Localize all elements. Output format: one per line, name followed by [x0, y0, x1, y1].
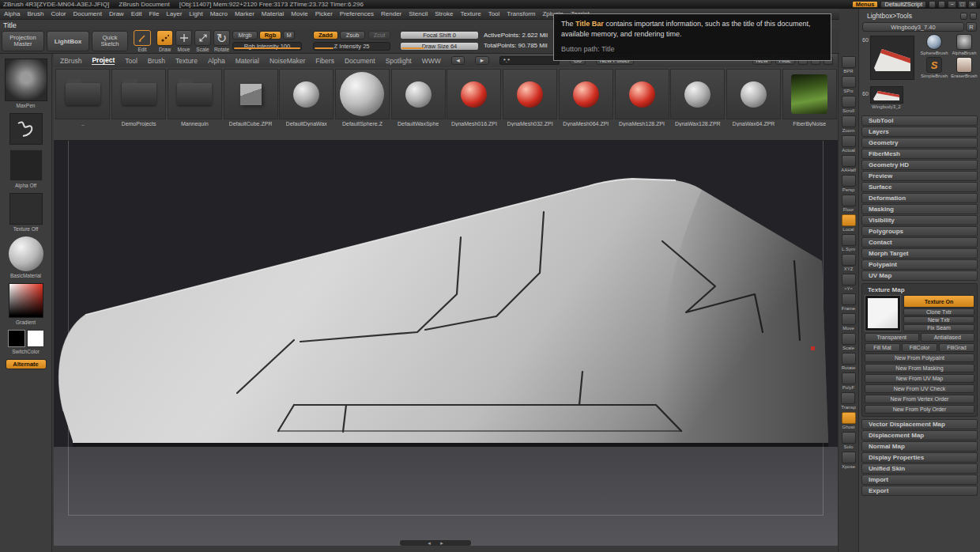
texture-toggle-button[interactable]: Antialiased [921, 333, 975, 342]
lightbox-tab[interactable]: WWW [422, 57, 441, 65]
current-tool-button[interactable]: Wingbody3_7.40 [862, 22, 964, 32]
right-shelf-button[interactable]: Zoom [842, 115, 856, 133]
menu-item[interactable]: Transform [507, 10, 535, 17]
m-button[interactable]: M [283, 31, 295, 40]
right-shelf-button[interactable]: Transp [841, 392, 855, 410]
focal-shift-slider[interactable]: Focal Shift 0 [400, 31, 479, 40]
lightbox-item[interactable]: DemoProjects [111, 69, 167, 127]
lightbox-prev-icon[interactable]: ◄ [451, 56, 465, 65]
palette-section-header[interactable]: Deformation [861, 193, 978, 203]
right-shelf-button[interactable]: Floor [842, 195, 856, 212]
zcut-button[interactable]: Zcut [368, 31, 390, 40]
palette-menu-icon[interactable] [960, 13, 967, 20]
current-tool-thumbnail[interactable] [870, 36, 914, 80]
menu-item[interactable]: Edit [131, 10, 142, 17]
menu-item[interactable]: File [149, 10, 159, 17]
menus-button[interactable]: Menus [852, 1, 879, 8]
canvas-scrollbar[interactable]: ◄ ► [400, 540, 471, 546]
palette-section-header[interactable]: Preview [861, 171, 978, 181]
menu-item[interactable]: Color [51, 10, 66, 17]
menu-item[interactable]: Document [74, 10, 102, 17]
lightbox-tab[interactable]: Document [345, 57, 375, 65]
texture-map-button[interactable]: New Txtr [903, 316, 974, 323]
right-shelf-button[interactable]: SPix [842, 76, 856, 93]
zadd-button[interactable]: Zadd [313, 31, 338, 40]
texture-map-thumbnail[interactable] [865, 295, 901, 331]
lightbox-tab[interactable]: Spotlight [386, 57, 412, 65]
right-shelf-button[interactable]: XYZ [842, 254, 856, 271]
new-from-button[interactable]: New From Masking [865, 364, 974, 372]
menu-item[interactable]: Material [262, 10, 284, 17]
menu-item[interactable]: Tool [488, 10, 500, 17]
new-from-button[interactable]: New From Vertex Order [865, 395, 974, 403]
new-from-button[interactable]: New From UV Map [865, 374, 974, 383]
right-shelf-button[interactable]: Move [842, 313, 856, 331]
right-shelf-button[interactable]: AAHalf [841, 155, 856, 172]
palette-section-header[interactable]: Polypaint [861, 259, 978, 270]
palette-section-header[interactable]: Normal Map [861, 441, 978, 452]
switch-color-control[interactable]: SwitchColor [8, 330, 44, 354]
texture-fill-button[interactable]: Fill Mat [865, 343, 900, 352]
menu-item[interactable]: Stroke [435, 10, 453, 17]
quickpick-brush[interactable]: EraserBrush [949, 57, 979, 78]
projection-master-button[interactable]: Projection Master [2, 31, 44, 51]
lightbox-tab[interactable]: Material [236, 57, 259, 65]
right-shelf-button[interactable]: Solo [842, 432, 856, 449]
right-shelf-button[interactable]: Scale [842, 333, 856, 350]
right-shelf-button[interactable]: Xpose [842, 452, 856, 469]
zsub-button[interactable]: Zsub [340, 31, 365, 40]
restore-configuration-button[interactable]: R [966, 22, 977, 32]
alpha-selector[interactable]: Alpha Off [9, 149, 43, 188]
titlebar-icon[interactable] [938, 1, 945, 8]
lightbox-item[interactable]: DefaultDynaWax [279, 69, 334, 127]
palette-section-header[interactable]: Contact [861, 237, 978, 248]
menu-item[interactable]: Movie [291, 10, 307, 17]
palette-section-header[interactable]: Unified Skin [861, 463, 978, 474]
quickpick-brush[interactable]: SimpleBrush [919, 57, 949, 78]
window-control-button[interactable]: − [948, 1, 956, 8]
right-shelf-button[interactable]: Local [842, 214, 856, 232]
right-shelf-button[interactable]: Ghost [842, 412, 856, 429]
texture-on-button[interactable]: Texture On [903, 295, 974, 308]
menu-item[interactable]: Alpha [4, 10, 20, 17]
palette-section-header[interactable]: Vector Displacement Map [861, 419, 978, 429]
mrgb-button[interactable]: Mrgb [232, 31, 258, 40]
titlebar-icon[interactable] [929, 1, 936, 8]
current-brush-selector[interactable]: MaxPen [5, 59, 47, 108]
rotate-mode-button[interactable]: ↻ Rotate [213, 30, 231, 52]
color-picker[interactable]: Gradient [9, 283, 43, 325]
menu-item[interactable]: Picker [315, 10, 333, 17]
lightbox-toggle-button[interactable]: LightBox [47, 31, 89, 51]
lightbox-item[interactable]: DefaultCube.ZPR [223, 69, 278, 127]
menu-item[interactable]: Brush [27, 10, 43, 17]
texture-map-button[interactable]: Fix Seam [903, 324, 974, 331]
lightbox-tab[interactable]: Project [92, 56, 115, 65]
lightbox-tab[interactable]: Brush [148, 57, 165, 65]
scroll-left-icon[interactable]: ◄ [427, 541, 432, 546]
palette-section-header[interactable]: Geometry [861, 138, 978, 148]
lightbox-tab[interactable]: Fibers [315, 57, 334, 65]
menu-item[interactable]: Texture [460, 10, 481, 17]
menu-item[interactable]: Macro [210, 10, 228, 17]
menu-item[interactable]: Draw [109, 10, 124, 17]
palette-section-header[interactable]: Masking [861, 204, 978, 214]
palette-section-header[interactable]: SubTool [861, 115, 978, 126]
lightbox-item[interactable]: DynaMesh016.ZPI [447, 69, 502, 127]
palette-section-header[interactable]: Geometry HD [861, 160, 978, 170]
lightbox-tab[interactable]: Alpha [208, 57, 225, 65]
right-shelf-button[interactable]: L.Sym [842, 234, 856, 251]
stroke-selector[interactable] [9, 113, 43, 145]
lightbox-item[interactable]: DefaultWaxSphe [390, 69, 446, 127]
texture-fill-button[interactable]: FillColor [902, 343, 937, 352]
scroll-right-icon[interactable]: ► [439, 541, 444, 546]
lightbox-item[interactable]: DefaultSphere.Z [335, 69, 390, 127]
right-shelf-button[interactable]: Rotate [842, 353, 856, 370]
edit-mode-button[interactable]: Edit [132, 30, 153, 53]
new-from-button[interactable]: New From Polypaint [865, 354, 974, 362]
quick-sketch-button[interactable]: Quick Sketch [92, 31, 128, 51]
default-zscript-button[interactable]: DefaultZScript [880, 1, 926, 8]
lightbox-tab[interactable]: Texture [175, 57, 198, 65]
texture-map-title[interactable]: Texture Map [868, 286, 974, 293]
menu-item[interactable]: Render [381, 10, 401, 17]
lightbox-tab[interactable]: ZBrush [60, 57, 81, 65]
